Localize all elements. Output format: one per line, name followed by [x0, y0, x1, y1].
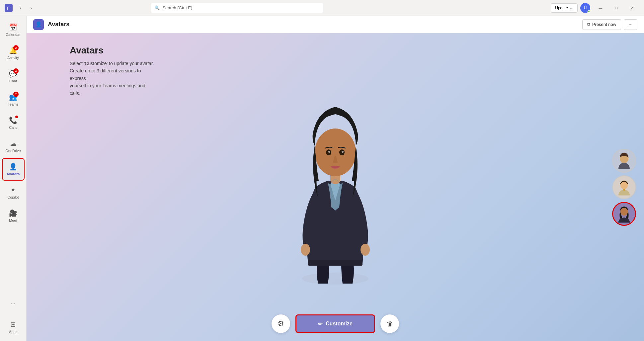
titlebar: T ‹ › 🔍 Search (Ctrl+E) Update ··· U — □… — [0, 0, 644, 16]
search-placeholder: Search (Ctrl+E) — [162, 5, 192, 10]
more-dots-icon: ··· — [11, 301, 15, 307]
header-more-button[interactable]: ··· — [624, 19, 637, 30]
app-header: 👤 Avatars ⧉ Present now ··· — [27, 16, 644, 33]
back-button[interactable]: ‹ — [16, 3, 25, 13]
calls-icon: 📞 — [9, 116, 17, 124]
chat-icon: 💬 4 — [9, 70, 17, 78]
svg-point-15 — [620, 180, 628, 189]
trash-icon: 🗑 — [386, 320, 393, 328]
teams-badge: 2 — [13, 92, 19, 97]
svg-point-4 — [361, 244, 370, 256]
minimize-button[interactable]: — — [593, 3, 608, 13]
customize-button[interactable]: ✏ Customize — [295, 314, 375, 333]
sidebar: 📅 Calendar 🔔 2 Activity 💬 4 Chat 👥 2 Tea… — [0, 16, 27, 341]
svg-point-6 — [315, 128, 356, 176]
search-icon: 🔍 — [154, 5, 160, 10]
titlebar-actions: Update ··· U — □ ✕ — [551, 3, 640, 13]
chat-badge: 4 — [13, 68, 19, 74]
teams-icon: 👥 2 — [9, 93, 17, 101]
avatar-svg — [279, 88, 392, 287]
present-now-button[interactable]: ⧉ Present now — [582, 19, 621, 30]
sidebar-item-apps[interactable]: ⊞ Apps — [2, 316, 25, 338]
sidebar-item-more[interactable]: ··· — [2, 293, 25, 315]
avatar-thumbnail-2[interactable] — [612, 175, 636, 199]
sidebar-item-copilot[interactable]: ✦ Copilot — [2, 181, 25, 204]
svg-point-2 — [302, 273, 368, 285]
nav-buttons: ‹ › — [16, 3, 36, 13]
avatar-thumbnail-3[interactable] — [612, 202, 636, 226]
sidebar-item-calendar[interactable]: 📅 Calendar — [2, 19, 25, 41]
activity-badge: 2 — [13, 45, 19, 50]
apps-icon: ⊞ — [10, 320, 16, 328]
forward-button[interactable]: › — [27, 3, 36, 13]
settings-button[interactable]: ⚙ — [272, 314, 290, 333]
avatar-thumb-3-svg — [613, 202, 635, 226]
close-button[interactable]: ✕ — [625, 3, 640, 13]
header-actions: ⧉ Present now ··· — [582, 19, 637, 30]
copilot-icon: ✦ — [10, 186, 16, 194]
svg-text:T: T — [6, 6, 9, 11]
avatar-thumb-1-svg — [613, 149, 635, 173]
sidebar-item-avatars[interactable]: 👤 Avatars — [2, 158, 25, 181]
onedrive-icon: ☁ — [10, 139, 17, 147]
svg-point-16 — [623, 189, 625, 191]
sidebar-item-onedrive[interactable]: ☁ OneDrive — [2, 135, 25, 157]
avatars-description: Select 'Customize' to update your avatar… — [70, 60, 156, 97]
avatar-thumbnail-1[interactable] — [612, 149, 636, 173]
calls-badge-dot — [15, 116, 18, 118]
sidebar-item-chat[interactable]: 💬 4 Chat — [2, 65, 25, 88]
sidebar-item-calls[interactable]: 📞 Calls — [2, 112, 25, 134]
avatar-controls: ⚙ ✏ Customize 🗑 — [272, 314, 399, 333]
online-status-dot — [588, 10, 590, 13]
svg-point-10 — [342, 151, 344, 153]
app-title: Avatars — [48, 21, 69, 28]
avatar-thumbnails — [612, 149, 636, 226]
avatar-3d-figure — [279, 33, 392, 341]
update-button[interactable]: Update ··· — [551, 3, 578, 13]
avatar-canvas: Avatars Select 'Customize' to update you… — [27, 33, 644, 341]
avatars-heading: Avatars — [70, 45, 156, 56]
user-avatar[interactable]: U — [580, 3, 590, 13]
delete-button[interactable]: 🗑 — [380, 314, 399, 333]
avatar-thumb-2-svg — [613, 175, 635, 199]
sidebar-item-teams[interactable]: 👥 2 Teams — [2, 88, 25, 111]
app-content: 👤 Avatars ⧉ Present now ··· Avatars Sele… — [27, 16, 644, 341]
app-icon-symbol: 👤 — [35, 21, 42, 28]
maximize-button[interactable]: □ — [609, 3, 624, 13]
meet-icon: 🎥 — [9, 209, 17, 217]
activity-icon: 🔔 2 — [9, 46, 17, 54]
sidebar-item-activity[interactable]: 🔔 2 Activity — [2, 42, 25, 64]
window-controls: — □ ✕ — [593, 3, 640, 13]
avatars-icon: 👤 — [9, 163, 17, 171]
app-icon: 👤 — [33, 19, 44, 30]
svg-point-9 — [328, 151, 330, 153]
calendar-icon: 📅 — [9, 23, 17, 31]
settings-icon: ⚙ — [278, 319, 284, 328]
sidebar-item-meet[interactable]: 🎥 Meet — [2, 205, 25, 227]
edit-icon: ✏ — [318, 321, 322, 327]
main-area: 📅 Calendar 🔔 2 Activity 💬 4 Chat 👥 2 Tea… — [0, 16, 644, 341]
present-icon: ⧉ — [587, 22, 590, 27]
search-bar[interactable]: 🔍 Search (Ctrl+E) — [151, 3, 323, 13]
svg-rect-11 — [308, 260, 362, 266]
teams-logo-icon: T — [4, 3, 13, 13]
svg-point-3 — [301, 244, 310, 256]
avatar-description: Avatars Select 'Customize' to update you… — [70, 45, 156, 97]
